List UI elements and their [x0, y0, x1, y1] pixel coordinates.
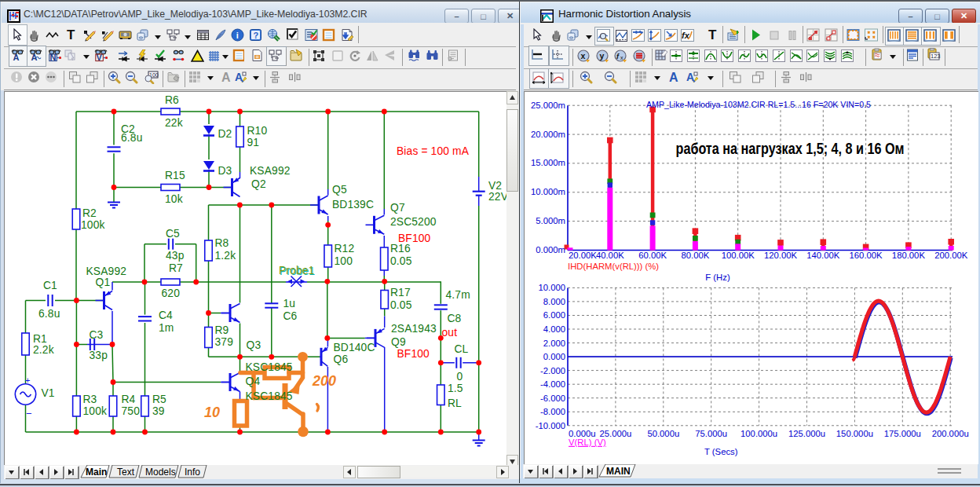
svg-text:Q5: Q5: [332, 184, 347, 196]
svg-text:1m: 1m: [159, 322, 174, 334]
svg-text:80.00K: 80.00K: [681, 251, 709, 260]
svg-text:R1: R1: [33, 333, 47, 345]
svg-text:R10: R10: [247, 125, 268, 137]
svg-text:8.000: 8.000: [543, 297, 565, 306]
svg-text:D3: D3: [218, 165, 232, 177]
svg-text:-6.000: -6.000: [540, 394, 565, 403]
svg-text:i: i: [236, 31, 239, 40]
svg-text:0.05: 0.05: [390, 255, 412, 267]
svg-text:BF100: BF100: [398, 233, 431, 244]
svg-text:91: 91: [247, 137, 260, 148]
svg-text:25.000m: 25.000m: [531, 101, 565, 110]
svg-text:2SC5200: 2SC5200: [390, 216, 437, 228]
svg-text:работа на нагрузках 1,5; 4, 8: работа на нагрузках 1,5; 4, 8 и 16 Ом: [676, 140, 905, 157]
svg-text:20.000m: 20.000m: [531, 130, 565, 139]
svg-text:Q9: Q9: [391, 336, 406, 348]
svg-text:R17: R17: [390, 287, 411, 298]
svg-text:BD139C: BD139C: [332, 199, 374, 211]
svg-text:C8: C8: [448, 313, 462, 324]
svg-text:KSC1845: KSC1845: [246, 361, 293, 373]
svg-text:100k: 100k: [83, 405, 108, 417]
svg-text:Q7: Q7: [390, 202, 405, 214]
svg-text:125.000u: 125.000u: [788, 429, 825, 438]
svg-text:0.000m: 0.000m: [536, 245, 565, 254]
svg-text:F (Hz): F (Hz): [705, 273, 730, 282]
svg-text:200.000u: 200.000u: [932, 429, 969, 438]
svg-text:Probe1: Probe1: [279, 265, 314, 276]
svg-text:R16: R16: [390, 243, 411, 254]
svg-text:100.000u: 100.000u: [740, 429, 777, 438]
svg-text:6.000: 6.000: [543, 310, 565, 320]
svg-text:V2: V2: [488, 180, 502, 192]
svg-text:R8: R8: [215, 237, 229, 249]
svg-text:R12: R12: [335, 243, 355, 254]
svg-text:D2: D2: [218, 128, 232, 140]
svg-text:R5: R5: [152, 394, 166, 405]
svg-text:Q2: Q2: [251, 178, 266, 190]
svg-text:10: 10: [204, 405, 220, 420]
svg-text:x: x: [581, 51, 586, 60]
svg-text:Q4: Q4: [246, 375, 261, 387]
svg-text:1.2k: 1.2k: [215, 250, 236, 262]
svg-text:10k: 10k: [165, 193, 183, 205]
svg-text:KSC1845: KSC1845: [246, 390, 293, 402]
svg-text:10.000: 10.000: [538, 283, 565, 292]
svg-text:R15: R15: [165, 170, 185, 181]
svg-text:x: x: [620, 55, 623, 60]
svg-text:Q1: Q1: [96, 276, 111, 288]
svg-text:2.000: 2.000: [543, 339, 565, 348]
svg-text:Text: Text: [117, 467, 135, 478]
svg-text:15.000m: 15.000m: [531, 158, 565, 167]
svg-text:C5: C5: [166, 228, 180, 240]
svg-text:V1: V1: [42, 387, 55, 399]
svg-text:60.00K: 60.00K: [638, 251, 667, 260]
svg-text:+: +: [25, 375, 30, 385]
svg-text:V(RL) (V): V(RL) (V): [569, 438, 606, 447]
svg-text:100.00K: 100.00K: [722, 251, 755, 260]
svg-text:180.00K: 180.00K: [892, 251, 926, 260]
svg-text:C6: C6: [283, 310, 298, 322]
svg-text:379: 379: [215, 336, 234, 348]
svg-text:RL: RL: [448, 397, 462, 409]
svg-text:Info: Info: [185, 467, 200, 478]
svg-text:−: −: [26, 408, 32, 419]
svg-text:175.000u: 175.000u: [884, 429, 921, 438]
svg-text:R7: R7: [169, 262, 183, 274]
svg-text:C1: C1: [43, 280, 57, 291]
svg-text:?: ?: [254, 31, 259, 40]
svg-text:1.5: 1.5: [448, 383, 463, 394]
svg-text:40.00K: 40.00K: [596, 251, 624, 260]
svg-text:2SA1943: 2SA1943: [391, 323, 437, 335]
svg-text:KSA992: KSA992: [86, 265, 127, 277]
svg-text:100: 100: [335, 255, 353, 267]
svg-text:750: 750: [122, 405, 141, 417]
svg-text:39: 39: [152, 405, 165, 417]
svg-text:150.000u: 150.000u: [836, 429, 873, 438]
svg-text:T: T: [67, 28, 75, 42]
svg-text:-8.000: -8.000: [540, 407, 565, 416]
svg-text:A: A: [221, 71, 231, 84]
svg-text:Models: Models: [145, 467, 176, 478]
svg-text:20.00K: 20.00K: [569, 251, 597, 260]
svg-text:-4.000: -4.000: [540, 379, 565, 389]
svg-text:620: 620: [162, 287, 181, 299]
svg-text:BF100: BF100: [397, 348, 430, 360]
svg-text:4.000: 4.000: [543, 324, 565, 334]
svg-text:MAIN: MAIN: [606, 466, 631, 477]
svg-text:Main: Main: [86, 467, 107, 478]
svg-text:AMP_Like-Melodiya-103M2.CIR RL: AMP_Like-Melodiya-103M2.CIR RL=1.5...16 …: [646, 100, 871, 109]
svg-text:2.2k: 2.2k: [33, 344, 54, 356]
svg-text:A: A: [13, 53, 20, 62]
svg-text:KSA992: KSA992: [250, 165, 291, 177]
svg-text:T (Secs): T (Secs): [704, 447, 738, 456]
svg-text:1u: 1u: [283, 298, 296, 309]
svg-text:BD140C: BD140C: [334, 342, 375, 353]
svg-text:50.000u: 50.000u: [647, 429, 679, 438]
svg-text:10.000m: 10.000m: [531, 187, 565, 196]
svg-text:y: y: [600, 51, 605, 60]
svg-text:R3: R3: [83, 394, 97, 405]
svg-text:22k: 22k: [165, 117, 183, 129]
svg-text:R6: R6: [165, 94, 179, 106]
svg-text:43p: 43p: [166, 250, 185, 262]
svg-text:100k: 100k: [81, 219, 105, 231]
